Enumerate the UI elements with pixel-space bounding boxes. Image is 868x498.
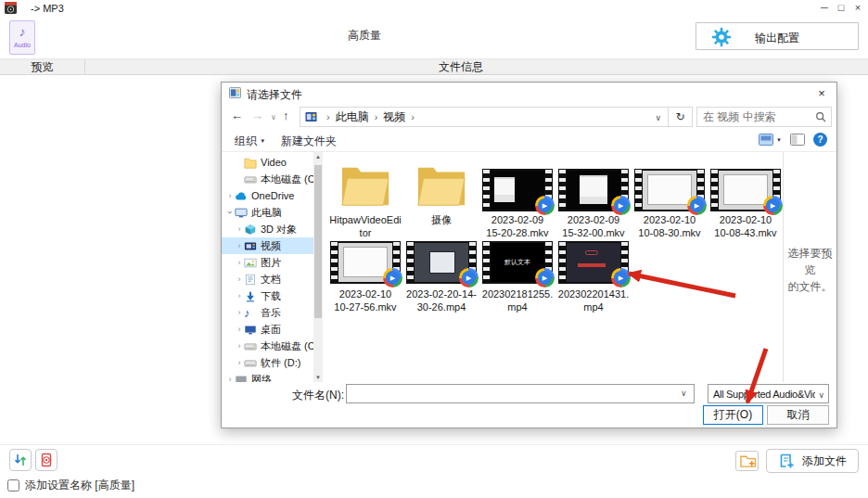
- address-dropdown-icon[interactable]: ∨: [655, 113, 661, 122]
- add-file-button[interactable]: 添加文件: [766, 449, 859, 473]
- add-preset-name-option: 添加设置名称 [高质量]: [7, 478, 134, 493]
- help-button[interactable]: ?: [813, 133, 827, 147]
- chevron-down-icon[interactable]: ›: [225, 208, 235, 217]
- chevron-right-icon[interactable]: ›: [235, 308, 244, 317]
- tree-item-software-d[interactable]: ›软件 (D:): [222, 354, 313, 371]
- breadcrumb-separator: ›: [375, 111, 378, 122]
- reorder-files-button[interactable]: [9, 449, 32, 471]
- history-dropdown-icon[interactable]: ∨: [271, 113, 276, 121]
- preview-pane: 选择要预览 的文件。: [783, 152, 836, 382]
- folder-item-hitpawvideoeditor[interactable]: HitpawVideoEditor: [327, 152, 403, 241]
- video-item[interactable]: 2023-02-0915-32-00.mkv: [555, 152, 632, 241]
- tree-item-local-disk-c[interactable]: 本地磁盘 (C:): [222, 171, 313, 187]
- arrow-up-icon[interactable]: ↑: [283, 109, 289, 122]
- chevron-right-icon[interactable]: ›: [235, 224, 244, 234]
- music-note-icon: ♪: [10, 21, 34, 42]
- tree-item-local-disk-c2[interactable]: ›本地磁盘 (C:): [222, 338, 313, 354]
- chevron-right-icon[interactable]: ›: [235, 275, 244, 284]
- chevron-right-icon[interactable]: ›: [235, 241, 244, 250]
- remove-file-button[interactable]: [35, 449, 57, 471]
- tab-preview[interactable]: 预览: [0, 59, 85, 75]
- file-picker-dialog: 请选择文件 × ← → ∨ ↑ › 此电脑 › 视频 › ∨ ↻ 组织 ▼ 新建…: [221, 82, 837, 428]
- breadcrumb-videos[interactable]: 视频: [383, 109, 405, 125]
- video-item[interactable]: 默认文本 202302181255.mp4: [479, 241, 555, 330]
- add-file-label: 添加文件: [802, 453, 847, 469]
- preview-pane-icon[interactable]: [790, 134, 805, 146]
- chevron-right-icon[interactable]: ›: [235, 341, 244, 351]
- tree-item-video-folder[interactable]: Video: [222, 154, 313, 171]
- network-icon: [235, 374, 248, 383]
- breadcrumb-this-pc[interactable]: 此电脑: [336, 109, 369, 125]
- new-folder-button[interactable]: 新建文件夹: [281, 134, 337, 149]
- scroll-down-icon[interactable]: ▼: [313, 375, 323, 380]
- video-item[interactable]: 2023-02-20-14-30-26.mp4: [403, 241, 479, 330]
- search-input[interactable]: [697, 110, 815, 123]
- filename-dropdown-icon[interactable]: ∨: [681, 389, 687, 398]
- tree-item-3d-objects[interactable]: ›3D 对象: [222, 221, 313, 237]
- minimize-button[interactable]: ─: [816, 0, 833, 16]
- tab-file-info[interactable]: 文件信息: [85, 59, 836, 75]
- chevron-right-icon[interactable]: ›: [235, 258, 244, 267]
- output-config-button[interactable]: 输出配置: [696, 22, 859, 50]
- chevron-right-icon[interactable]: ›: [235, 291, 244, 300]
- arrow-right-icon[interactable]: →: [251, 109, 263, 122]
- tree-item-documents[interactable]: ›文档: [222, 271, 313, 287]
- search-box: [696, 107, 832, 127]
- preview-hint: 选择要预览: [784, 245, 836, 278]
- scroll-up-icon[interactable]: ▲: [313, 154, 323, 160]
- tree-item-desktop[interactable]: ›桌面: [222, 321, 313, 338]
- chevron-down-icon: ∨: [818, 390, 824, 400]
- dialog-close-button[interactable]: ×: [807, 83, 836, 105]
- play-overlay-icon[interactable]: [611, 196, 631, 215]
- folder-icon: [244, 157, 257, 169]
- audio-file-badge[interactable]: ♪ Audio: [9, 20, 35, 55]
- dialog-toolbar: 组织 ▼ 新建文件夹 ▼ ?: [222, 130, 836, 152]
- tree-item-videos[interactable]: ›视频: [222, 237, 313, 254]
- tree-scrollbar[interactable]: ▲ ▼: [313, 152, 323, 382]
- add-folder-button[interactable]: [735, 451, 759, 471]
- add-preset-name-checkbox[interactable]: [7, 479, 19, 492]
- maximize-button[interactable]: □: [833, 0, 849, 16]
- chevron-right-icon[interactable]: ›: [225, 191, 235, 200]
- dialog-title: 请选择文件: [247, 87, 302, 103]
- chevron-down-icon: ▼: [776, 137, 782, 143]
- window-title: -> MP3: [31, 3, 64, 14]
- play-overlay-icon[interactable]: [535, 196, 555, 215]
- play-overlay-icon[interactable]: [763, 196, 783, 215]
- file-type-filter-dropdown[interactable]: All Supported Audio&Video ∨: [708, 384, 829, 403]
- play-overlay-icon[interactable]: [611, 268, 631, 287]
- folder-item-camera[interactable]: 摄像: [403, 152, 479, 241]
- dialog-icon: [229, 87, 241, 101]
- filename-input[interactable]: [346, 384, 695, 403]
- scrollbar-thumb[interactable]: [314, 165, 322, 318]
- play-overlay-icon[interactable]: [535, 268, 555, 287]
- tree-item-network[interactable]: ›网络: [222, 371, 313, 382]
- cancel-button[interactable]: 取消: [767, 405, 829, 425]
- video-item[interactable]: 2023-02-0915-20-28.mkv: [479, 152, 555, 241]
- video-item-target[interactable]: 202302201431.mp4: [555, 241, 632, 330]
- tree-item-pictures[interactable]: ›图片: [222, 254, 313, 271]
- organize-menu[interactable]: 组织 ▼: [235, 134, 265, 149]
- breadcrumb-separator: ›: [326, 111, 330, 122]
- arrow-left-icon[interactable]: ←: [231, 109, 243, 122]
- view-mode-button[interactable]: ▼: [759, 134, 782, 146]
- chevron-right-icon[interactable]: ›: [235, 325, 244, 334]
- play-overlay-icon[interactable]: [459, 268, 479, 287]
- open-button[interactable]: 打开(O): [703, 405, 763, 425]
- tree-item-onedrive[interactable]: ›OneDrive: [222, 187, 313, 204]
- chevron-right-icon[interactable]: ›: [225, 375, 235, 382]
- video-item[interactable]: 2023-02-1010-08-30.mkv: [632, 152, 708, 241]
- close-button[interactable]: ×: [849, 0, 866, 16]
- refresh-button[interactable]: ↻: [669, 107, 693, 127]
- tree-item-this-pc[interactable]: ›此电脑: [222, 204, 313, 221]
- video-item[interactable]: 2023-02-1010-08-43.mkv: [708, 152, 784, 241]
- video-item[interactable]: 2023-02-1010-27-56.mkv: [327, 241, 403, 330]
- footer-divider: [0, 444, 868, 445]
- chevron-right-icon[interactable]: ›: [235, 358, 244, 367]
- thumbnails-view-icon: [759, 134, 773, 146]
- play-overlay-icon[interactable]: [383, 268, 402, 287]
- tree-item-music[interactable]: ›♪音乐: [222, 304, 313, 321]
- breadcrumb[interactable]: › 此电脑 › 视频 › ∨: [300, 107, 669, 127]
- tree-item-downloads[interactable]: ›下载: [222, 287, 313, 304]
- play-overlay-icon[interactable]: [687, 196, 707, 215]
